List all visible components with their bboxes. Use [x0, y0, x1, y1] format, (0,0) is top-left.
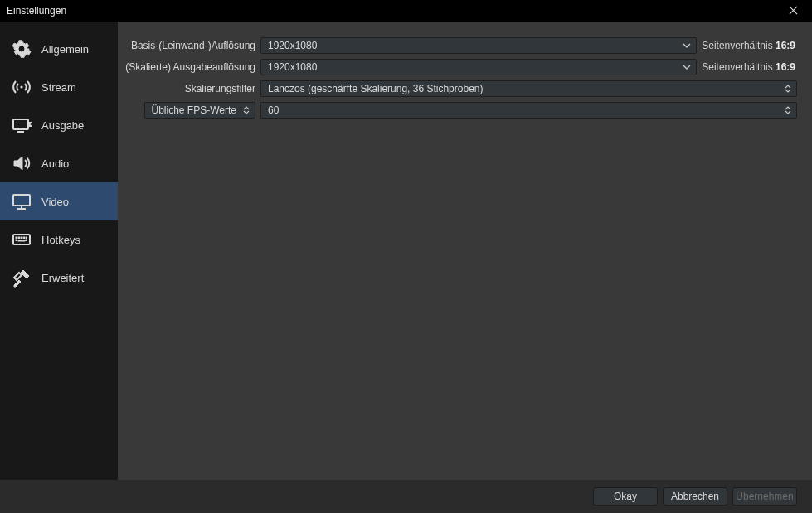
close-icon	[789, 4, 798, 17]
sidebar-item-label: Ausgabe	[41, 119, 84, 132]
close-button[interactable]	[780, 2, 805, 20]
svg-rect-9	[21, 237, 22, 239]
sidebar-item-hotkeys[interactable]: Hotkeys	[0, 220, 118, 259]
gear-icon	[10, 37, 33, 60]
sidebar-item-label: Allgemein	[41, 43, 89, 56]
window-title: Einstellungen	[7, 5, 66, 17]
sidebar-item-audio[interactable]: Audio	[0, 144, 118, 182]
video-settings-panel: Basis-(Leinwand-)Auflösung 1920x1080 Sei…	[118, 22, 812, 480]
tools-icon	[10, 266, 33, 289]
fps-value: 60	[268, 104, 783, 116]
chevron-down-icon	[681, 61, 693, 73]
form-row-scaled-resolution: (Skalierte) Ausgabeauflösung 1920x1080 S…	[124, 58, 797, 76]
fps-type-stepper[interactable]: Übliche FPS-Werte	[144, 102, 255, 119]
titlebar: Einstellungen	[0, 0, 812, 22]
sidebar-item-video[interactable]: Video	[0, 182, 118, 220]
base-resolution-value: 1920x1080	[268, 40, 681, 51]
svg-point-0	[20, 85, 22, 88]
svg-rect-3	[13, 195, 30, 206]
settings-sidebar: Allgemein Stream Ausgabe Audio	[0, 22, 118, 480]
ok-button[interactable]: Okay	[593, 487, 658, 506]
svg-rect-10	[23, 237, 25, 239]
cancel-button[interactable]: Abbrechen	[663, 487, 727, 506]
base-aspect-ratio: Seitenverhältnis 16:9	[702, 40, 797, 51]
speaker-icon	[10, 152, 33, 175]
updown-icon	[241, 106, 251, 114]
form-row-base-resolution: Basis-(Leinwand-)Auflösung 1920x1080 Sei…	[124, 36, 797, 55]
sidebar-item-allgemein[interactable]: Allgemein	[0, 30, 118, 68]
updown-icon	[783, 106, 793, 114]
sidebar-item-label: Erweitert	[41, 272, 84, 284]
monitor-icon	[10, 190, 33, 213]
sidebar-item-label: Audio	[41, 157, 69, 170]
chevron-down-icon	[681, 40, 693, 51]
scaled-resolution-value: 1920x1080	[268, 61, 681, 73]
scaled-resolution-label: (Skalierte) Ausgabeauflösung	[124, 61, 255, 73]
updown-icon	[783, 85, 793, 93]
svg-rect-7	[16, 237, 17, 239]
scale-filter-combo[interactable]: Lanczos (geschärfte Skalierung, 36 Stich…	[260, 80, 797, 97]
dialog-footer: Okay Abbrechen Übernehmen	[0, 480, 812, 513]
scale-filter-label: Skalierungsfilter	[124, 83, 255, 94]
scaled-aspect-ratio: Seitenverhältnis 16:9	[702, 61, 797, 73]
sidebar-item-erweitert[interactable]: Erweitert	[0, 259, 118, 297]
keyboard-icon	[10, 228, 33, 251]
sidebar-item-stream[interactable]: Stream	[0, 68, 118, 106]
form-row-scale-filter: Skalierungsfilter Lanczos (geschärfte Sk…	[124, 80, 797, 98]
apply-button[interactable]: Übernehmen	[732, 487, 797, 506]
sidebar-item-label: Stream	[41, 81, 76, 94]
broadcast-icon	[10, 75, 33, 99]
fps-value-combo[interactable]: 60	[260, 102, 797, 119]
sidebar-item-ausgabe[interactable]: Ausgabe	[0, 106, 118, 144]
scale-filter-value: Lanczos (geschärfte Skalierung, 36 Stich…	[268, 83, 783, 94]
svg-rect-14	[18, 240, 25, 242]
base-resolution-combo[interactable]: 1920x1080	[260, 37, 697, 54]
output-icon	[10, 114, 33, 137]
form-row-fps: Übliche FPS-Werte 60	[124, 101, 797, 119]
sidebar-item-label: Hotkeys	[41, 234, 80, 246]
svg-rect-13	[26, 240, 27, 241]
scaled-resolution-combo[interactable]: 1920x1080	[260, 59, 697, 75]
svg-rect-1	[13, 119, 28, 129]
svg-rect-11	[26, 237, 27, 239]
svg-rect-8	[18, 237, 20, 239]
svg-rect-12	[16, 240, 17, 241]
base-resolution-label: Basis-(Leinwand-)Auflösung	[124, 40, 255, 51]
sidebar-item-label: Video	[41, 196, 69, 208]
fps-type-label: Übliche FPS-Werte	[152, 104, 236, 116]
